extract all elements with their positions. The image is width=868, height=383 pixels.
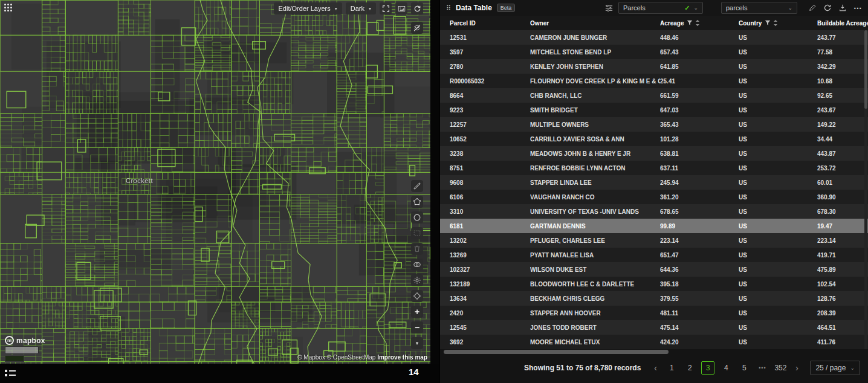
- table-row[interactable]: 3692MOORE MICHAEL ETUX424.20US411.76: [440, 335, 868, 349]
- panel-actions: ⋯: [808, 3, 862, 13]
- column-header-buildable-acreage[interactable]: Buildable Acreage: [817, 20, 868, 27]
- table-row[interactable]: 9223SMITH BRIDGET647.03US243.67: [440, 103, 868, 117]
- cell-acreage: 678.65: [660, 208, 739, 215]
- edit-order-layers-button[interactable]: Edit/Order Layers ▾: [274, 2, 342, 14]
- more-icon[interactable]: ⋯: [853, 3, 862, 13]
- draw-rectangle-button[interactable]: [411, 227, 423, 239]
- layers-visibility-button[interactable]: [411, 22, 423, 34]
- cell-buildable-acreage: 149.22: [817, 121, 868, 128]
- column-header-country[interactable]: Country: [739, 19, 817, 27]
- cell-buildable-acreage: 208.39: [817, 310, 868, 317]
- screenshot-button[interactable]: [395, 2, 407, 14]
- cell-buildable-acreage: 253.72: [817, 165, 868, 172]
- locate-button[interactable]: [411, 290, 423, 302]
- column-header-owner[interactable]: Owner: [530, 20, 660, 27]
- refresh-icon[interactable]: [823, 4, 832, 12]
- page-button-2[interactable]: 2: [683, 361, 696, 375]
- layer-select[interactable]: Parcels ✓ ⌄: [618, 2, 703, 14]
- map-canvas[interactable]: [0, 0, 430, 364]
- column-header-acreage[interactable]: Acreage: [660, 19, 739, 27]
- table-row[interactable]: 12257MULTIPLE OWNERS365.43US149.22: [440, 117, 868, 132]
- map-style-button[interactable]: Dark ▾: [346, 2, 376, 14]
- cell-parcel-id: 12531: [450, 34, 530, 41]
- vertical-scrollbar[interactable]: [864, 30, 867, 109]
- drag-handle-icon[interactable]: ⠿: [446, 4, 451, 12]
- view-settings-icon[interactable]: [604, 4, 614, 13]
- table-row[interactable]: R000065032FLOURNOY DOVE CREEK LP & KING …: [440, 74, 868, 88]
- cell-owner: MOORE MICHAEL ETUX: [530, 339, 660, 346]
- table-row[interactable]: 3238MEADOWS JOHN B & HENRY E JR638.81US4…: [440, 146, 868, 161]
- cell-country: US: [739, 179, 817, 186]
- sort-icon[interactable]: [773, 19, 778, 27]
- page-button-5[interactable]: 5: [737, 361, 751, 375]
- cell-owner: KENLEY JOHN STEPHEN: [530, 63, 660, 70]
- horizontal-scrollbar[interactable]: [444, 350, 669, 354]
- filter-icon[interactable]: [765, 20, 771, 26]
- zoom-out-button[interactable]: −: [411, 321, 423, 333]
- cell-acreage: 424.20: [660, 339, 739, 346]
- cell-country: US: [739, 281, 817, 288]
- export-icon[interactable]: [838, 4, 847, 12]
- column-header-parcel-id[interactable]: Parcel ID: [450, 20, 530, 27]
- table-row[interactable]: 12545JONES TODD ROBERT475.14US464.51: [440, 320, 868, 335]
- cell-acreage: 647.03: [660, 107, 739, 114]
- tools-collapse-button[interactable]: ▾: [411, 337, 423, 349]
- page-button-4[interactable]: 4: [719, 361, 733, 375]
- table-row[interactable]: 2420STAPPER ANN HOOVER481.11US208.39: [440, 306, 868, 320]
- page-button-3[interactable]: 3: [701, 361, 714, 375]
- table-row[interactable]: 8751RENFROE BOBBIE LYNN ACTON637.11US253…: [440, 161, 868, 175]
- pagination-ellipsis: •••: [756, 361, 769, 375]
- mapbox-logo[interactable]: m mapbox: [5, 336, 45, 345]
- zoom-in-button[interactable]: +: [411, 306, 423, 318]
- table-row[interactable]: 102327WILSON DUKE EST644.36US475.89: [440, 262, 868, 277]
- table-row[interactable]: 13202PFLUGER, CHARLES LEE223.14US223.14: [440, 233, 868, 248]
- page-size-select[interactable]: 25 / page ⌄: [810, 361, 860, 375]
- table-row[interactable]: 3597MITCHELL STONE BEND LP657.43US77.58: [440, 45, 868, 59]
- cell-acreage: 223.14: [660, 237, 739, 244]
- table-row[interactable]: 8664CHB RANCH, LLC661.59US92.65: [440, 88, 868, 103]
- vertical-scrollbar-track: [864, 30, 867, 349]
- delete-shape-button[interactable]: [411, 243, 423, 255]
- sort-icon[interactable]: [695, 19, 700, 27]
- map-scale: [5, 346, 39, 354]
- table-row[interactable]: 6181GARTMAN DENNIS99.89US19.47: [440, 219, 868, 233]
- cell-owner: STAPPER LINDA LEE: [530, 179, 660, 186]
- table-row[interactable]: 2780KENLEY JOHN STEPHEN641.85US342.29: [440, 59, 868, 74]
- table-row[interactable]: 10652CARRILLO XAVIER SOSA & ANN101.28US3…: [440, 132, 868, 146]
- map-refresh-button[interactable]: [411, 2, 423, 14]
- merge-shapes-button[interactable]: [411, 259, 423, 271]
- filter-icon[interactable]: [687, 20, 693, 26]
- table-row[interactable]: 132189BLOODWORTH LEE C & DARLETTE395.18U…: [440, 277, 868, 291]
- page-button-352[interactable]: 352: [774, 361, 787, 375]
- cell-buildable-acreage: 77.58: [817, 49, 868, 56]
- map-place-label: Crockett: [126, 177, 153, 184]
- draw-polygon-button[interactable]: [411, 196, 423, 208]
- cell-acreage: 379.55: [660, 295, 739, 302]
- table-select[interactable]: parcels ⌄: [721, 2, 797, 14]
- page-buttons: 12345•••352: [665, 361, 787, 375]
- draw-circle-button[interactable]: [411, 211, 423, 224]
- map-settings-button[interactable]: [411, 274, 423, 286]
- next-page-button[interactable]: ›: [792, 361, 802, 375]
- previous-page-button[interactable]: ‹: [650, 361, 660, 375]
- union-icon: [413, 260, 421, 269]
- table-row[interactable]: 6106VAUGHAN RANCH CO361.20US360.90: [440, 190, 868, 204]
- table-row[interactable]: 3310UNIVERSITY OF TEXAS -UNIV LANDS678.6…: [440, 204, 868, 219]
- page-button-1[interactable]: 1: [665, 361, 678, 375]
- cell-country: US: [739, 121, 817, 128]
- measure-tool-button[interactable]: [411, 180, 423, 192]
- refresh-icon: [413, 5, 421, 13]
- data-table-panel: ⠿ Data Table Beta Parcels ✓ ⌄ parcels ⌄ …: [439, 0, 868, 383]
- table-row[interactable]: 9608STAPPER LINDA LEE245.94US60.01: [440, 175, 868, 190]
- cell-country: US: [739, 63, 817, 70]
- fullscreen-button[interactable]: [380, 2, 392, 14]
- edit-icon[interactable]: [808, 4, 817, 12]
- improve-map-link[interactable]: Improve this map: [377, 354, 427, 361]
- table-row[interactable]: 13269PYATT NATALEE LISA651.47US419.71: [440, 248, 868, 262]
- table-row[interactable]: 12531CAMERON JUNE BUNGER448.46US243.77: [440, 30, 868, 45]
- legend-icon[interactable]: [5, 370, 16, 376]
- apps-grid-icon[interactable]: [4, 4, 12, 11]
- fullscreen-icon: [382, 5, 390, 13]
- cell-country: US: [739, 150, 817, 157]
- table-row[interactable]: 13634BECKHAM CHRIS CLEGG379.55US128.76: [440, 291, 868, 306]
